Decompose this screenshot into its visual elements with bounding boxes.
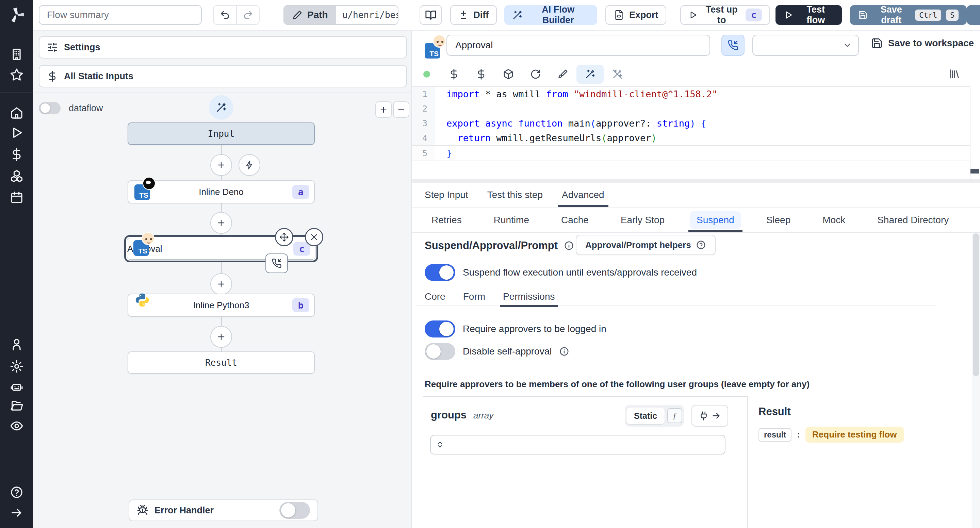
assets-dollar-button[interactable] [440,65,468,84]
ai-assistant-wand-button[interactable] [576,65,604,84]
disable-self-approval-toggle[interactable] [425,343,455,360]
approval-phone-button[interactable] [721,35,745,56]
save-draft-button[interactable]: Save draft Ctrl S [850,5,967,25]
add-step-button[interactable] [210,212,232,234]
path-button[interactable]: Path [284,6,336,24]
step-name-input[interactable] [447,35,710,56]
library-icon[interactable] [949,68,960,80]
flow-node-result[interactable]: Result [127,351,315,374]
export-button[interactable]: Export [605,5,667,25]
add-step-button[interactable] [210,154,232,176]
docs-button[interactable] [420,5,442,25]
test-up-to-step-badge: c [746,8,762,21]
code-line[interactable]: 4 return wmill.getResumeUrls(approver) [412,130,980,145]
result-row: result : Require testing flow [759,426,904,443]
ai-graph-wand-button[interactable] [209,95,234,120]
static-mode-button[interactable]: Static [627,407,665,424]
windmill-logo-icon[interactable] [8,6,25,24]
code-token: ( [590,118,596,129]
tab-mock[interactable]: Mock [816,208,852,232]
info-icon[interactable] [559,346,569,356]
code-line[interactable]: 1import * as wmill from "windmill-client… [412,87,980,102]
undo-button[interactable] [214,6,237,24]
tab-permissions[interactable]: Permissions [503,287,555,306]
tab-step-input[interactable]: Step Input [425,183,468,207]
dataflow-toggle[interactable] [39,102,60,114]
package-button[interactable] [495,65,522,84]
workers-robot-icon[interactable] [10,380,24,394]
tab-suspend[interactable]: Suspend [690,208,741,232]
move-node-button[interactable] [275,228,293,246]
result-key-badge[interactable]: result [759,428,791,442]
code-line[interactable]: 2 [412,102,980,116]
folders-icon[interactable] [10,399,24,413]
expand-arrow-icon[interactable] [10,506,24,520]
expression-mode-button[interactable]: ƒ [667,408,682,423]
tab-advanced[interactable]: Advanced [562,183,605,207]
tab-sleep[interactable]: Sleep [759,208,798,232]
tab-retries[interactable]: Retries [425,208,469,232]
info-icon[interactable] [564,240,574,251]
favorites-star-icon[interactable] [10,68,24,82]
tab-core[interactable]: Core [425,287,445,306]
groups-array-input[interactable] [430,435,725,455]
test-up-to-button[interactable]: Test up to c [680,5,770,25]
add-step-button[interactable] [210,326,232,348]
tab-shared-directory[interactable]: Shared Directory [870,208,956,232]
flow-node-input[interactable]: Input [127,122,315,145]
editor-minimap[interactable] [970,86,980,179]
tab-form[interactable]: Form [463,287,485,306]
workspace-building-icon[interactable] [10,48,24,61]
content-scrollbar[interactable] [972,234,980,528]
schedules-calendar-icon[interactable] [10,191,24,204]
home-icon[interactable] [10,106,24,120]
tab-cache[interactable]: Cache [554,208,595,232]
approval-prompt-helpers-button[interactable]: Approval/Prompt helpers [576,235,716,255]
diff-button[interactable]: Diff [450,5,497,25]
error-handler-toggle[interactable] [279,502,310,519]
flow-settings-row[interactable]: Settings [39,36,407,59]
tab-test-this-step[interactable]: Test this step [487,183,543,207]
variables-dollar-icon[interactable] [10,148,24,161]
audit-eye-icon[interactable] [10,419,24,433]
users-icon[interactable] [10,338,24,351]
add-trigger-bolt-button[interactable] [239,154,260,176]
save-to-workspace-button[interactable]: Save to workspace [871,37,974,49]
ai-wand-off-button[interactable] [604,65,631,84]
flow-node-inline-python[interactable]: Inline Python3 b [127,294,315,317]
delete-node-button[interactable] [305,228,323,246]
reload-button[interactable] [522,65,549,84]
redo-button[interactable] [236,6,259,24]
zoom-in-button[interactable]: + [375,102,392,118]
path-value[interactable]: u/henri/bes [336,6,399,24]
worker-tag-select[interactable] [752,35,859,56]
zoom-out-button[interactable]: − [393,102,409,118]
scrollbar-thumb[interactable] [973,234,979,376]
suspend-enable-toggle[interactable] [425,264,455,281]
help-circle-icon[interactable] [10,485,24,499]
panel-splitter[interactable] [412,179,980,183]
tab-runtime[interactable]: Runtime [487,208,536,232]
resources-cubes-icon[interactable] [10,169,24,182]
settings-gear-icon[interactable] [10,359,24,373]
test-flow-button[interactable]: Test flow [775,5,842,25]
variables-dollar-button[interactable] [468,65,495,84]
code-editor[interactable]: 1import * as wmill from "windmill-client… [412,86,980,179]
flow-summary-input[interactable] [39,5,202,25]
deploy-button-partial[interactable] [967,5,980,25]
add-step-button[interactable] [210,273,232,295]
require-login-toggle[interactable] [425,320,455,337]
code-line[interactable]: 3export async function main(approver?: s… [412,116,980,130]
ai-flow-builder-button[interactable]: AI Flow Builder [504,5,597,25]
flow-node-inline-deno[interactable]: TS Inline Deno a [127,180,315,204]
approval-phone-incoming-badge[interactable] [266,253,288,273]
error-handler-row[interactable]: Error Handler [129,499,318,521]
all-static-inputs-row[interactable]: All Static Inputs [39,65,407,87]
runs-play-icon[interactable] [10,126,24,140]
connect-input-button[interactable] [692,405,728,426]
format-brush-button[interactable] [549,65,576,84]
tab-early-stop[interactable]: Early Stop [614,208,671,232]
path-control[interactable]: Path u/henri/bes [283,5,398,25]
arrow-right-icon [711,411,721,420]
code-line[interactable]: 5} [412,145,980,161]
